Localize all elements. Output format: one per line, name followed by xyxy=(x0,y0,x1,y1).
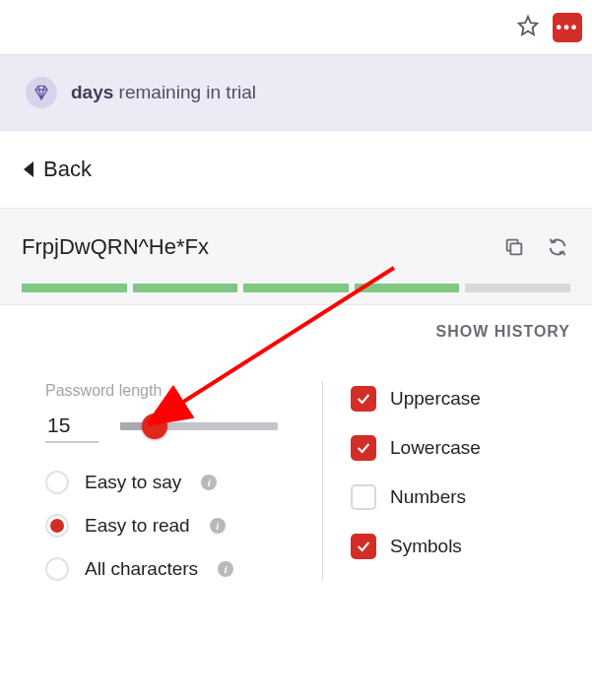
char-option[interactable]: Uppercase xyxy=(351,386,582,412)
extension-badge[interactable]: ••• xyxy=(553,13,582,42)
mode-option[interactable]: Easy to sayi xyxy=(45,471,304,494)
length-label: Password length xyxy=(45,382,304,400)
strength-segment xyxy=(243,284,349,292)
checkbox-icon xyxy=(351,484,376,510)
radio-icon xyxy=(45,514,69,538)
radio-icon xyxy=(45,471,69,494)
char-label: Numbers xyxy=(390,486,466,508)
password-section: FrpjDwQRN^He*Fx xyxy=(0,209,592,305)
slider-thumb[interactable] xyxy=(142,414,167,439)
trial-text: days remaining in trial xyxy=(71,82,256,103)
strength-meter xyxy=(22,284,570,292)
info-icon[interactable]: i xyxy=(218,561,233,577)
trial-days-label: days xyxy=(71,82,113,102)
bookmark-star-icon[interactable] xyxy=(517,15,539,40)
svg-rect-1 xyxy=(510,243,521,254)
strength-segment xyxy=(465,284,570,292)
copy-button[interactable] xyxy=(501,234,527,260)
char-option[interactable]: Symbols xyxy=(351,534,582,559)
char-label: Lowercase xyxy=(390,437,481,459)
browser-toolbar: ••• xyxy=(0,0,592,55)
mode-option[interactable]: Easy to readi xyxy=(45,514,304,538)
length-input[interactable] xyxy=(45,410,99,443)
checkbox-icon xyxy=(351,534,376,559)
mode-label: All characters xyxy=(85,558,198,580)
svg-marker-0 xyxy=(519,16,537,33)
char-option[interactable]: Numbers xyxy=(351,484,582,510)
back-label: Back xyxy=(43,157,92,182)
info-icon[interactable]: i xyxy=(201,475,217,490)
options-panel: Password length Easy to sayiEasy to read… xyxy=(0,349,592,591)
regenerate-button[interactable] xyxy=(545,234,570,260)
show-history-button[interactable]: SHOW HISTORY xyxy=(0,305,592,349)
checkbox-icon xyxy=(351,386,376,412)
trial-banner: days remaining in trial xyxy=(0,55,592,130)
back-arrow-icon xyxy=(24,161,33,177)
back-button[interactable]: Back xyxy=(0,130,592,209)
length-slider[interactable] xyxy=(120,412,278,441)
strength-segment xyxy=(355,284,460,292)
radio-icon xyxy=(45,557,69,581)
char-label: Symbols xyxy=(390,536,462,557)
extension-badge-glyph: ••• xyxy=(557,19,579,36)
strength-segment xyxy=(133,284,238,292)
info-icon[interactable]: i xyxy=(210,518,226,534)
mode-label: Easy to read xyxy=(85,515,190,537)
char-check-list: UppercaseLowercaseNumbersSymbols xyxy=(351,386,582,559)
strength-segment xyxy=(22,284,127,292)
mode-option[interactable]: All charactersi xyxy=(45,557,304,581)
trial-remaining-label: remaining in trial xyxy=(119,82,256,102)
char-option[interactable]: Lowercase xyxy=(351,435,582,461)
generated-password: FrpjDwQRN^He*Fx xyxy=(22,234,484,260)
char-label: Uppercase xyxy=(390,388,481,410)
diamond-icon xyxy=(26,77,57,108)
checkbox-icon xyxy=(351,435,376,461)
mode-list: Easy to sayiEasy to readiAll charactersi xyxy=(45,471,304,581)
mode-label: Easy to say xyxy=(85,472,181,493)
